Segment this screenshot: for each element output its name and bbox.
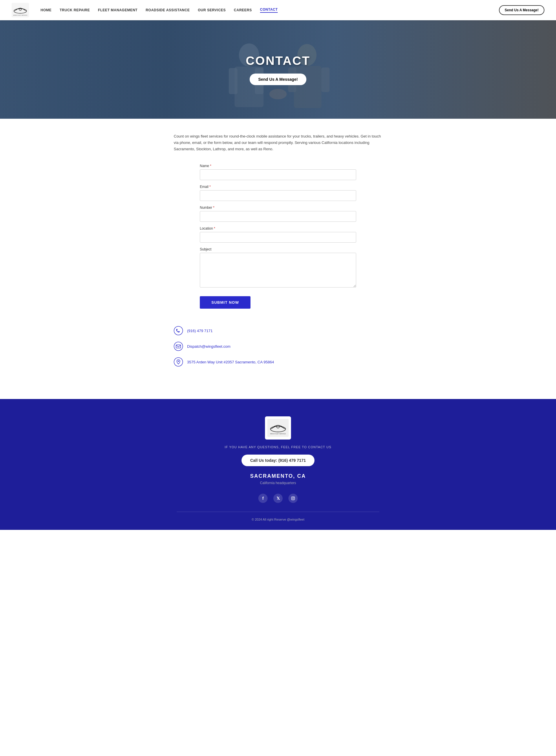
subject-label: Subject bbox=[200, 247, 356, 251]
email-contact-item: Dispatch@wingsfleet.com bbox=[174, 341, 382, 351]
name-field-group: Name* bbox=[200, 164, 356, 180]
location-label: Location* bbox=[200, 226, 356, 230]
name-required: * bbox=[210, 164, 211, 168]
hero-title: CONTACT bbox=[246, 54, 310, 68]
location-required: * bbox=[214, 226, 215, 230]
number-input[interactable] bbox=[200, 211, 356, 222]
nav-careers[interactable]: CAREERS bbox=[234, 8, 252, 12]
subject-field-group: Subject bbox=[200, 247, 356, 289]
submit-button[interactable]: SUBMIT NOW bbox=[200, 296, 250, 309]
nav-truck-repaire[interactable]: TRUCK REPAIRE bbox=[60, 8, 90, 12]
instagram-icon[interactable] bbox=[288, 494, 298, 503]
social-icons: f 𝕏 bbox=[6, 494, 550, 503]
footer-logo-icon: WINGS FLEET SERVICES bbox=[267, 419, 289, 437]
description-paragraph: Count on wings fleet services for round-… bbox=[174, 133, 382, 152]
twitter-icon[interactable]: 𝕏 bbox=[273, 494, 283, 503]
facebook-icon[interactable]: f bbox=[258, 494, 268, 503]
contact-info-section: (916) 479 7171 Dispatch@wingsfleet.com 3… bbox=[168, 326, 388, 382]
footer-logo: WINGS FLEET SERVICES bbox=[265, 417, 291, 439]
name-label-text: Name bbox=[200, 164, 209, 168]
svg-point-13 bbox=[174, 326, 183, 335]
footer-copyright: © 2024 All right Reserve @wingsfleet bbox=[6, 518, 550, 521]
svg-point-23 bbox=[292, 497, 294, 499]
navbar-logo[interactable]: WINGS FLEET SERVICES bbox=[11, 3, 29, 17]
svg-point-16 bbox=[174, 358, 183, 366]
email-label-text: Email bbox=[200, 185, 209, 189]
phone-icon bbox=[174, 326, 183, 335]
email-icon bbox=[174, 341, 183, 351]
svg-point-17 bbox=[178, 361, 179, 362]
subject-label-text: Subject bbox=[200, 247, 211, 251]
nav-home[interactable]: HOME bbox=[40, 8, 51, 12]
name-input[interactable] bbox=[200, 169, 356, 180]
location-icon bbox=[174, 357, 183, 367]
email-required: * bbox=[209, 185, 211, 189]
nav-our-services[interactable]: OUR SERVICES bbox=[198, 8, 225, 12]
footer: WINGS FLEET SERVICES IF YOU HAVE ANY QUE… bbox=[0, 399, 556, 530]
svg-point-14 bbox=[174, 342, 183, 351]
address-contact-item: 3575 Arden Way Unit #2057 Sacramento, CA… bbox=[174, 357, 382, 367]
subject-textarea[interactable] bbox=[200, 253, 356, 288]
contact-form: Name* Email* Number* Location* Subject bbox=[200, 164, 356, 309]
number-field-group: Number* bbox=[200, 206, 356, 222]
hero-content: CONTACT Send Us A Message! bbox=[0, 20, 556, 119]
email-field-group: Email* bbox=[200, 185, 356, 201]
email-label: Email* bbox=[200, 185, 356, 189]
number-required: * bbox=[213, 206, 215, 210]
email-input[interactable] bbox=[200, 190, 356, 201]
location-field-group: Location* bbox=[200, 226, 356, 243]
hero-section: CONTACT Send Us A Message! bbox=[0, 20, 556, 119]
nav-roadside-assistance[interactable]: ROADSIDE ASSISTANCE bbox=[146, 8, 190, 12]
footer-call-button[interactable]: Call Us today: (916) 479 7171 bbox=[242, 455, 314, 466]
navbar: WINGS FLEET SERVICES HOME TRUCK REPAIRE … bbox=[0, 0, 556, 20]
contact-form-section: Name* Email* Number* Location* Subject bbox=[194, 164, 362, 309]
footer-city: SACRAMENTO, CA bbox=[6, 473, 550, 479]
hero-cta-button[interactable]: Send Us A Message! bbox=[250, 74, 307, 85]
address-link[interactable]: 3575 Arden Way Unit #2057 Sacramento, CA… bbox=[187, 360, 274, 364]
svg-text:WINGS FLEET SERVICES: WINGS FLEET SERVICES bbox=[13, 14, 28, 16]
footer-hq: California headquarters bbox=[6, 481, 550, 485]
email-link[interactable]: Dispatch@wingsfleet.com bbox=[187, 344, 231, 349]
phone-contact-item: (916) 479 7171 bbox=[174, 326, 382, 335]
svg-rect-15 bbox=[176, 345, 181, 348]
logo-icon: WINGS FLEET SERVICES bbox=[11, 3, 29, 17]
number-label: Number* bbox=[200, 206, 356, 210]
footer-tagline: IF YOU HAVE ANY QUESTIONS, FEEL FREE TO … bbox=[6, 445, 550, 449]
description-text: Count on wings fleet services for round-… bbox=[168, 133, 388, 152]
name-label: Name* bbox=[200, 164, 356, 168]
navbar-cta-button[interactable]: Send Us A Message! bbox=[499, 5, 545, 15]
svg-text:WINGS FLEET SERVICES: WINGS FLEET SERVICES bbox=[270, 433, 286, 435]
footer-divider bbox=[177, 512, 379, 512]
nav-links: HOME TRUCK REPAIRE FLEET MANAGEMENT ROAD… bbox=[40, 7, 499, 13]
svg-point-24 bbox=[294, 497, 294, 498]
location-input[interactable] bbox=[200, 232, 356, 243]
phone-link[interactable]: (916) 479 7171 bbox=[187, 329, 213, 333]
nav-fleet-management[interactable]: FLEET MANAGEMENT bbox=[98, 8, 138, 12]
location-label-text: Location bbox=[200, 226, 213, 230]
nav-contact[interactable]: CONTACT bbox=[260, 7, 278, 13]
number-label-text: Number bbox=[200, 206, 212, 210]
